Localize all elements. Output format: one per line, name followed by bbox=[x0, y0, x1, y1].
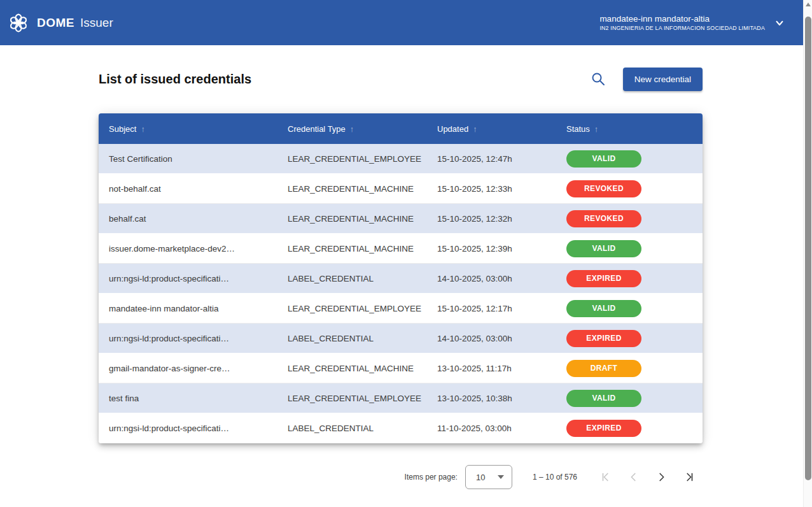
cell-credential-type: LEAR_CREDENTIAL_MACHINE bbox=[277, 214, 427, 224]
sort-asc-icon: ↑ bbox=[141, 124, 145, 134]
items-per-page-label: Items per page: bbox=[405, 473, 458, 482]
cell-updated: 13-10-2025, 11:17h bbox=[427, 364, 556, 373]
cell-credential-type: LABEL_CREDENTIAL bbox=[277, 274, 427, 283]
search-button[interactable] bbox=[590, 71, 606, 87]
cell-credential-type: LEAR_CREDENTIAL_EMPLOYEE bbox=[277, 304, 427, 313]
page-title: List of issued credentials bbox=[99, 72, 251, 87]
cell-credential-type: LEAR_CREDENTIAL_EMPLOYEE bbox=[277, 394, 427, 403]
chevron-right-icon bbox=[654, 470, 668, 484]
vertical-scrollbar[interactable] bbox=[803, 0, 812, 507]
new-credential-button[interactable]: New credential bbox=[623, 68, 703, 91]
first-page-icon bbox=[599, 470, 613, 484]
cell-status: VALID bbox=[556, 300, 703, 317]
status-badge: DRAFT bbox=[566, 360, 641, 377]
table-row[interactable]: urn:ngsi-ld:product-specificati… LABEL_C… bbox=[99, 413, 703, 443]
cell-status: VALID bbox=[556, 150, 703, 168]
sort-asc-icon: ↑ bbox=[594, 124, 599, 134]
cell-subject: gmail-mandator-as-signer-cre… bbox=[99, 364, 277, 373]
cell-subject: issuer.dome-marketplace-dev2… bbox=[99, 244, 277, 254]
status-badge: EXPIRED bbox=[566, 270, 641, 287]
brand: DOME Issuer bbox=[6, 11, 113, 35]
status-badge: REVOKED bbox=[566, 210, 641, 227]
table-row[interactable]: issuer.dome-marketplace-dev2… LEAR_CREDE… bbox=[99, 234, 703, 264]
brand-name: DOME bbox=[37, 16, 74, 30]
chevron-left-icon bbox=[627, 470, 641, 484]
cell-status: DRAFT bbox=[556, 360, 703, 377]
title-row: List of issued credentials New credentia… bbox=[99, 66, 703, 92]
cell-credential-type: LEAR_CREDENTIAL_EMPLOYEE bbox=[277, 154, 427, 164]
column-header-credential-type[interactable]: Credential Type ↑ bbox=[277, 124, 427, 134]
paginator: Items per page: 10 1 – 10 of 576 bbox=[405, 463, 696, 491]
table-row[interactable]: urn:ngsi-ld:product-specificati… LABEL_C… bbox=[99, 324, 703, 353]
user-organization: IN2 INGENIERIA DE LA INFORMACION SOCIEDA… bbox=[599, 24, 765, 32]
user-name: mandatee-inn mandator-altia bbox=[599, 13, 765, 24]
status-badge: VALID bbox=[566, 300, 641, 317]
table-row[interactable]: not-behalf.cat LEAR_CREDENTIAL_MACHINE 1… bbox=[99, 174, 703, 204]
table-row[interactable]: mandatee-inn mandator-altia LEAR_CREDENT… bbox=[99, 294, 703, 324]
column-header-updated[interactable]: Updated ↑ bbox=[427, 124, 556, 134]
items-per-page-select[interactable]: 10 bbox=[465, 465, 512, 489]
cell-subject: urn:ngsi-ld:product-specificati… bbox=[99, 424, 277, 433]
cell-credential-type: LABEL_CREDENTIAL bbox=[277, 334, 427, 343]
cell-updated: 15-10-2025, 12:47h bbox=[427, 154, 556, 164]
range-label: 1 – 10 of 576 bbox=[533, 473, 577, 482]
items-per-page-value: 10 bbox=[476, 473, 485, 482]
cell-subject: mandatee-inn mandator-altia bbox=[99, 304, 277, 313]
dropdown-caret-icon bbox=[498, 475, 504, 479]
table-header-row: Subject ↑ Credential Type ↑ Updated ↑ St… bbox=[99, 113, 703, 144]
cell-status: EXPIRED bbox=[556, 420, 703, 437]
cell-updated: 15-10-2025, 12:39h bbox=[427, 244, 556, 254]
cell-subject: behalf.cat bbox=[99, 214, 277, 224]
previous-page-button[interactable] bbox=[626, 469, 641, 485]
status-badge: EXPIRED bbox=[566, 420, 641, 437]
cell-updated: 13-10-2025, 10:38h bbox=[427, 394, 556, 403]
cell-status: REVOKED bbox=[556, 210, 703, 227]
table-row[interactable]: Test Certification LEAR_CREDENTIAL_EMPLO… bbox=[99, 144, 703, 174]
cell-subject: test fina bbox=[99, 394, 277, 403]
cell-updated: 15-10-2025, 12:17h bbox=[427, 304, 556, 313]
scrollbar-up-arrow-icon[interactable] bbox=[806, 3, 811, 6]
cell-status: VALID bbox=[556, 390, 703, 407]
cell-status: VALID bbox=[556, 240, 703, 257]
cell-updated: 15-10-2025, 12:32h bbox=[427, 214, 556, 224]
cell-credential-type: LEAR_CREDENTIAL_MACHINE bbox=[277, 364, 427, 373]
credentials-table: Subject ↑ Credential Type ↑ Updated ↑ St… bbox=[99, 113, 703, 443]
dome-logo-icon bbox=[6, 11, 31, 35]
cell-subject: urn:ngsi-ld:product-specificati… bbox=[99, 334, 277, 343]
status-badge: VALID bbox=[566, 150, 641, 168]
chevron-down-icon[interactable] bbox=[774, 17, 785, 29]
status-badge: REVOKED bbox=[566, 180, 641, 197]
status-badge: VALID bbox=[566, 390, 641, 407]
status-badge: VALID bbox=[566, 240, 641, 257]
cell-updated: 11-10-2025, 03:00h bbox=[427, 424, 556, 433]
cell-subject: not-behalf.cat bbox=[99, 184, 277, 194]
cell-credential-type: LEAR_CREDENTIAL_MACHINE bbox=[277, 184, 427, 194]
cell-status: REVOKED bbox=[556, 180, 703, 197]
app-name: Issuer bbox=[80, 16, 113, 30]
cell-subject: urn:ngsi-ld:product-specificati… bbox=[99, 274, 277, 283]
cell-subject: Test Certification bbox=[99, 154, 277, 164]
table-row[interactable]: test fina LEAR_CREDENTIAL_EMPLOYEE 13-10… bbox=[99, 383, 703, 413]
search-icon bbox=[591, 71, 606, 87]
sort-asc-icon: ↑ bbox=[473, 124, 477, 134]
next-page-button[interactable] bbox=[654, 469, 669, 485]
cell-status: EXPIRED bbox=[556, 270, 703, 287]
cell-updated: 14-10-2025, 03:00h bbox=[427, 274, 556, 283]
table-row[interactable]: behalf.cat LEAR_CREDENTIAL_MACHINE 15-10… bbox=[99, 204, 703, 234]
cell-updated: 15-10-2025, 12:33h bbox=[427, 184, 556, 194]
table-row[interactable]: urn:ngsi-ld:product-specificati… LABEL_C… bbox=[99, 264, 703, 294]
cell-credential-type: LABEL_CREDENTIAL bbox=[277, 424, 427, 433]
cell-updated: 14-10-2025, 03:00h bbox=[427, 334, 556, 343]
last-page-icon bbox=[682, 470, 696, 484]
table-body: Test Certification LEAR_CREDENTIAL_EMPLO… bbox=[99, 144, 703, 443]
sort-asc-icon: ↑ bbox=[350, 124, 354, 134]
scrollbar-thumb[interactable] bbox=[805, 17, 811, 480]
first-page-button[interactable] bbox=[599, 469, 614, 485]
table-row[interactable]: gmail-mandator-as-signer-cre… LEAR_CREDE… bbox=[99, 353, 703, 383]
status-badge: EXPIRED bbox=[566, 330, 641, 347]
column-header-subject[interactable]: Subject ↑ bbox=[99, 124, 277, 134]
top-bar: DOME Issuer mandatee-inn mandator-altia … bbox=[0, 0, 803, 45]
user-menu[interactable]: mandatee-inn mandator-altia IN2 INGENIER… bbox=[599, 13, 785, 32]
column-header-status[interactable]: Status ↑ bbox=[556, 124, 703, 134]
last-page-button[interactable] bbox=[681, 469, 696, 485]
